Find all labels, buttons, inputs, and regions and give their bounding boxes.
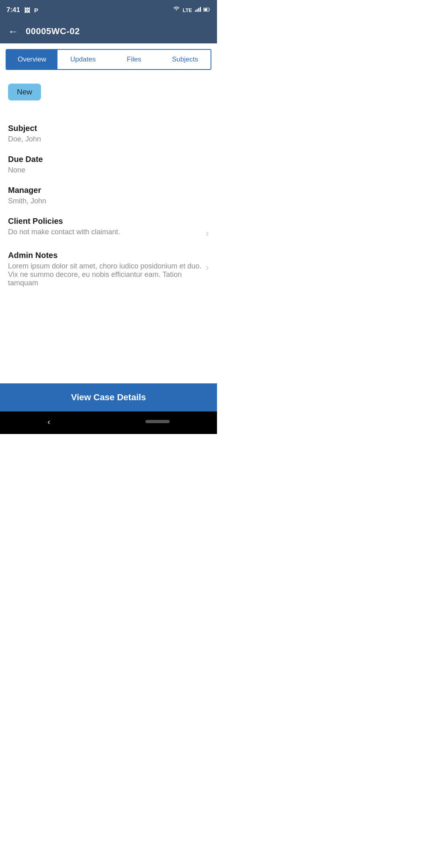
field-admin-notes-value: Lorem ipsum dolor sit amet, choro iudico…: [8, 262, 201, 287]
field-due-date-value: None: [8, 166, 209, 174]
nav-bar: ‹: [0, 411, 217, 434]
app-bar: ← 00005WC-02: [0, 19, 217, 43]
back-button[interactable]: ←: [8, 25, 18, 38]
svg-rect-6: [204, 8, 207, 11]
content-area: New Subject Doe, John Due Date None Mana…: [0, 70, 217, 383]
field-admin-notes-label: Admin Notes: [8, 251, 201, 260]
field-subject-label: Subject: [8, 124, 209, 133]
field-admin-notes[interactable]: Admin Notes Lorem ipsum dolor sit amet, …: [8, 251, 209, 287]
tab-files[interactable]: Files: [108, 50, 160, 69]
field-admin-notes-content: Admin Notes Lorem ipsum dolor sit amet, …: [8, 251, 201, 287]
lte-label: LTE: [182, 7, 192, 13]
signal-icon: [194, 6, 201, 14]
tab-updates[interactable]: Updates: [57, 50, 108, 69]
svg-marker-3: [198, 8, 199, 12]
field-manager-label: Manager: [8, 186, 209, 195]
field-client-policies-value: Do not make contact with claimant.: [8, 228, 201, 236]
status-bar-left: 7:41 🖼 P: [6, 6, 38, 14]
field-manager: Manager Smith, John: [8, 186, 209, 205]
view-case-details-button[interactable]: View Case Details: [8, 392, 209, 403]
tab-subjects[interactable]: Subjects: [160, 50, 211, 69]
tab-bar: Overview Updates Files Subjects: [6, 49, 211, 70]
field-client-policies-label: Client Policies: [8, 217, 201, 226]
status-bar: 7:41 🖼 P LTE: [0, 0, 217, 19]
field-due-date: Due Date None: [8, 155, 209, 174]
p-icon: P: [34, 7, 38, 14]
status-bar-right: LTE: [173, 6, 211, 14]
tab-overview[interactable]: Overview: [6, 50, 57, 69]
status-badge: New: [8, 84, 41, 100]
field-due-date-label: Due Date: [8, 155, 209, 164]
nav-back-icon[interactable]: ‹: [47, 417, 50, 426]
field-subject-value: Doe, John: [8, 135, 209, 143]
photo-icon: 🖼: [24, 7, 30, 14]
app-bar-title: 00005WC-02: [26, 26, 80, 37]
field-client-policies[interactable]: Client Policies Do not make contact with…: [8, 217, 209, 240]
field-client-policies-content: Client Policies Do not make contact with…: [8, 217, 201, 236]
chevron-right-icon: ›: [205, 227, 209, 240]
chevron-right-admin-icon: ›: [205, 261, 209, 274]
field-manager-value: Smith, John: [8, 197, 209, 205]
field-subject: Subject Doe, John: [8, 124, 209, 143]
svg-point-0: [176, 9, 177, 10]
battery-icon: [203, 6, 211, 14]
nav-home-pill[interactable]: [145, 420, 170, 423]
svg-marker-1: [195, 10, 196, 12]
hotspot-icon: [173, 6, 180, 14]
status-time: 7:41: [6, 6, 20, 14]
svg-marker-2: [197, 9, 198, 12]
svg-marker-4: [200, 7, 201, 12]
bottom-button-area: View Case Details: [0, 383, 217, 411]
